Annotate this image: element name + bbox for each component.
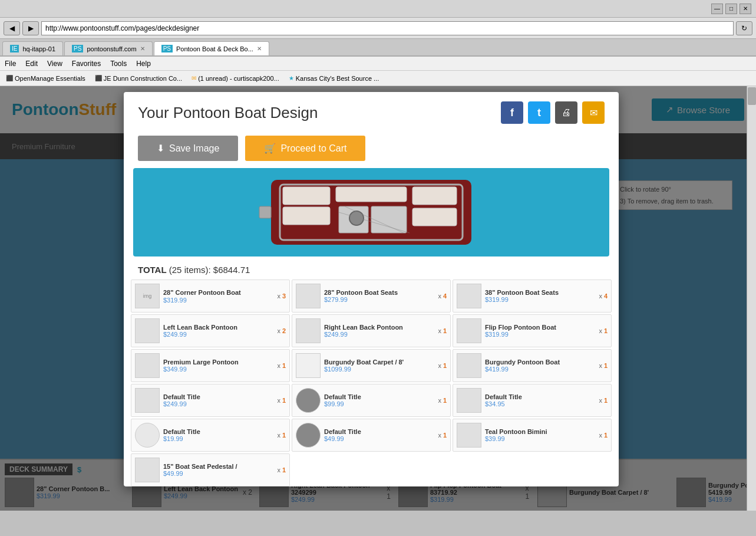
menu-help[interactable]: Help — [136, 60, 151, 68]
item-name: Default Title — [163, 428, 273, 435]
item-price: $249.99 — [163, 331, 273, 338]
bookmark-openmanage[interactable]: ⬛ OpenManage Essentials — [2, 74, 89, 83]
bookmark-jedunn[interactable]: ⬛ JE Dunn Construction Co... — [91, 74, 186, 83]
design-modal: Your Pontoon Boat Design f t 🖨 ✉ — [124, 92, 619, 486]
item-qty: x1 — [599, 327, 608, 334]
menu-edit[interactable]: Edit — [25, 60, 38, 68]
email-button[interactable]: ✉ — [582, 101, 605, 124]
back-button[interactable]: ◀ — [4, 21, 20, 35]
tab-label: Pontoon Boat & Deck Bo... — [176, 45, 253, 52]
item-info: Default Title $34.95 — [485, 393, 595, 407]
item-card-pontoon-seats-28: 28" Pontoon Boat Seats $279.99 x4 — [292, 279, 451, 313]
item-thumb — [135, 318, 160, 343]
menu-view[interactable]: View — [47, 60, 62, 68]
item-info: Default Title $249.99 — [163, 393, 273, 407]
item-name: Left Lean Back Pontoon — [163, 324, 273, 331]
item-card-default-2: Default Title $99.99 x1 — [292, 384, 451, 417]
item-qty: x4 — [599, 292, 608, 300]
item-card-burgundy-carpet: Burgundy Boat Carpet / 8' $1099.99 x1 — [292, 349, 451, 382]
tab-close-icon[interactable]: ✕ — [140, 45, 145, 52]
item-name: Premium Large Pontoon — [163, 359, 273, 366]
item-price: $34.95 — [485, 400, 595, 407]
item-qty: x1 — [438, 397, 447, 404]
forward-button[interactable]: ▶ — [22, 21, 39, 35]
modal-actions: ⬇ Save Image 🛒 Proceed to Cart — [124, 131, 619, 168]
item-price: $39.99 — [485, 435, 595, 442]
close-button[interactable]: ✕ — [740, 4, 751, 14]
item-thumb — [457, 388, 481, 413]
item-qty: x1 — [599, 432, 608, 439]
tabs-bar: IE hq-itapp-01 PS pontoonstuff.com ✕ PS … — [0, 39, 756, 57]
item-info: Default Title $19.99 — [163, 428, 273, 442]
print-button[interactable]: 🖨 — [555, 101, 577, 124]
item-name: Default Title — [324, 428, 434, 435]
tab-label: pontoonstuff.com — [87, 45, 136, 52]
svg-point-9 — [349, 211, 364, 225]
items-grid: img 28" Corner Pontoon Boat $319.99 x3 2… — [124, 279, 619, 486]
minimize-button[interactable]: — — [711, 4, 723, 14]
tab-pontoon-deck[interactable]: PS Pontoon Boat & Deck Bo... ✕ — [154, 41, 269, 55]
item-name: Teal Pontoon Bimini — [485, 428, 595, 435]
item-price: $419.99 — [485, 366, 595, 373]
menu-tools[interactable]: Tools — [110, 60, 127, 68]
content-area: PontoonStuff ↗ Browse Store Premium Furn… — [0, 86, 756, 511]
item-card-default-1: Default Title $249.99 x1 — [131, 384, 290, 417]
facebook-button[interactable]: f — [501, 101, 523, 124]
item-name: Right Lean Back Pontoon — [324, 324, 434, 331]
item-card-corner-pontoon: img 28" Corner Pontoon Boat $319.99 x3 — [131, 279, 290, 313]
maximize-button[interactable]: □ — [725, 4, 737, 14]
item-qty: x1 — [438, 362, 447, 369]
menu-favorites[interactable]: Favorites — [72, 60, 101, 68]
item-thumb — [457, 284, 481, 308]
proceed-to-cart-button[interactable]: 🛒 Proceed to Cart — [245, 136, 365, 161]
tab-hq-itapp[interactable]: IE hq-itapp-01 — [2, 41, 63, 55]
svg-rect-2 — [283, 187, 330, 205]
item-price: $319.99 — [485, 296, 595, 303]
item-info: Premium Large Pontoon $349.99 — [163, 359, 273, 373]
bookmark-kc[interactable]: ★ Kansas City's Best Source ... — [285, 74, 383, 83]
item-price: $49.99 — [324, 435, 434, 442]
item-qty: x1 — [277, 432, 286, 439]
item-thumb — [135, 353, 160, 378]
item-info: Left Lean Back Pontoon $249.99 — [163, 324, 273, 338]
menu-file[interactable]: File — [5, 60, 16, 68]
tab-close-active-icon[interactable]: ✕ — [257, 45, 262, 52]
item-price: $279.99 — [324, 296, 434, 303]
item-qty: x1 — [438, 432, 447, 439]
item-info: Default Title $99.99 — [324, 393, 434, 407]
item-name: 38" Pontoon Boat Seats — [485, 289, 595, 296]
refresh-button[interactable]: ↻ — [736, 21, 752, 35]
tab-label: hq-itapp-01 — [22, 45, 55, 52]
scrollbar[interactable] — [747, 86, 756, 511]
item-name: Default Title — [485, 393, 595, 400]
nav-bar: ◀ ▶ http://www.pontoonstuff.com/pages/de… — [0, 18, 756, 39]
item-price: $49.99 — [163, 470, 273, 477]
item-card-pontoon-seats-38: 38" Pontoon Boat Seats $319.99 x4 — [453, 279, 612, 313]
item-price: $349.99 — [163, 366, 273, 373]
svg-rect-4 — [336, 187, 407, 202]
item-info: Teal Pontoon Bimini $39.99 — [485, 428, 595, 442]
tab-pontoonstuff[interactable]: PS pontoonstuff.com ✕ — [64, 41, 153, 55]
item-info: 28" Corner Pontoon Boat $319.99 — [163, 288, 273, 304]
item-card-burgundy-pontoon: Burgundy Pontoon Boat $419.99 x1 — [453, 349, 612, 382]
svg-rect-12 — [259, 206, 271, 218]
total-items: (25 items): — [169, 265, 211, 275]
item-name: 28" Corner Pontoon Boat — [163, 288, 273, 297]
address-bar[interactable]: http://www.pontoonstuff.com/pages/deckde… — [41, 21, 734, 35]
item-name: Flip Flop Pontoon Boat — [485, 324, 595, 331]
menu-bar: File Edit View Favorites Tools Help — [0, 57, 756, 71]
item-thumb — [135, 458, 160, 482]
boat-svg — [253, 174, 489, 251]
item-qty: x1 — [277, 397, 286, 404]
item-qty: x2 — [277, 327, 286, 334]
save-image-button[interactable]: ⬇ Save Image — [138, 136, 238, 161]
scrollbar-thumb[interactable] — [748, 87, 756, 105]
item-price: $249.99 — [324, 331, 434, 338]
bookmark-email[interactable]: ✉ (1 unread) - curtiscapk200... — [188, 74, 283, 83]
item-thumb — [296, 388, 321, 413]
item-name: Burgundy Pontoon Boat — [485, 359, 595, 366]
twitter-button[interactable]: t — [528, 101, 550, 124]
item-card-left-lean: Left Lean Back Pontoon $249.99 x2 — [131, 314, 290, 347]
item-thumb — [296, 353, 321, 378]
item-price: $319.99 — [485, 331, 595, 338]
